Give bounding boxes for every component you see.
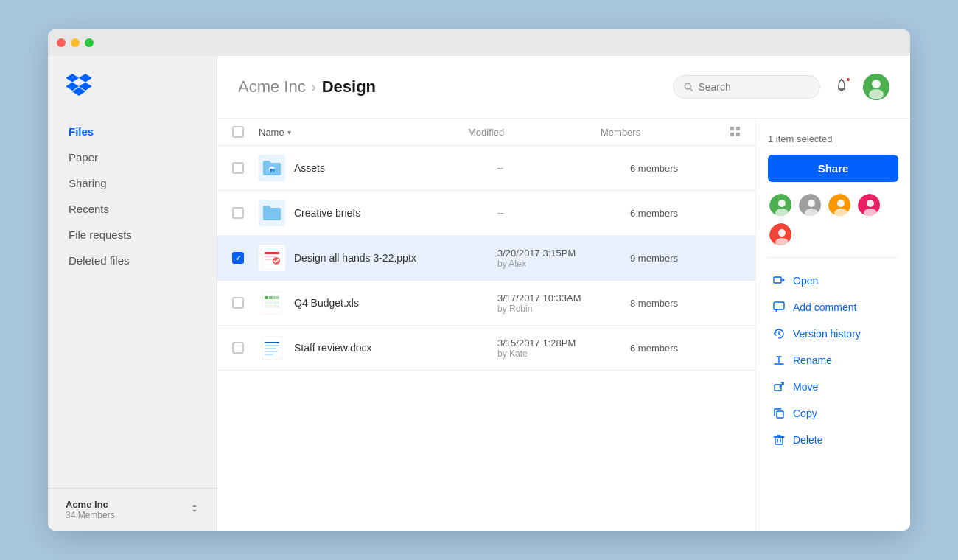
delete-action[interactable]: Delete [768,427,898,452]
svg-rect-15 [269,296,273,299]
svg-rect-21 [269,305,273,308]
svg-point-43 [775,238,789,247]
file-name: Creative briefs [294,207,497,219]
file-members: 8 members [630,298,741,309]
row-checkbox-assets[interactable] [232,162,244,174]
svg-point-5 [869,89,884,99]
move-action[interactable]: Move [768,374,898,399]
svg-rect-20 [265,305,268,308]
select-all-checkbox[interactable] [232,126,244,138]
add-comment-action[interactable]: Add comment [768,295,898,320]
svg-rect-10 [265,256,276,257]
pptx-icon [259,245,285,271]
user-avatar [863,74,889,100]
version-history-action[interactable]: Version history [768,321,898,346]
search-input[interactable] [698,81,809,93]
titlebar [48,29,910,56]
folder-shared-icon [259,200,285,226]
row-checkbox-q4-budget[interactable] [232,297,244,309]
open-action[interactable]: Open [768,268,898,293]
name-sort-arrow: ▾ [287,128,291,136]
svg-text:👥: 👥 [270,167,276,173]
view-toggle[interactable] [711,127,741,137]
window-body: Files Paper Sharing Recents File request… [48,56,910,531]
notification-button[interactable] [831,75,853,99]
file-modified: 3/15/2017 1:28PM by Kate [497,337,630,359]
grid-view-icon [730,127,741,137]
svg-point-42 [778,229,786,237]
row-checkbox-creative-briefs[interactable] [232,207,244,219]
sidebar-item-deleted-files[interactable]: Deleted files [60,248,205,273]
row-checkbox-col [232,252,259,264]
share-button[interactable]: Share [768,155,898,182]
member-avatar [856,192,881,217]
search-icon [684,82,693,92]
svg-point-4 [872,80,881,88]
search-box[interactable] [673,75,820,99]
member-avatar [768,222,793,247]
file-modified: -- [497,163,630,173]
file-members: 6 members [630,208,741,219]
member-avatar [827,192,852,217]
svg-rect-18 [269,301,273,304]
row-checkbox-col [232,162,259,174]
breadcrumb-separator: › [312,80,316,95]
row-checkbox-col [232,297,259,309]
svg-rect-44 [774,277,781,283]
breadcrumb-parent[interactable]: Acme Inc [238,77,306,97]
org-members: 34 Members [66,510,115,520]
row-checkbox-design-all-hands[interactable] [232,252,244,264]
rename-action[interactable]: Rename [768,348,898,373]
rename-icon [772,354,786,367]
file-modified: 3/20/2017 3:15PM by Alex [497,248,630,269]
comment-icon [772,301,786,314]
minimize-button[interactable] [71,38,80,47]
panel-actions: Open Add comment [768,268,898,452]
members-column-header: Members [601,127,711,138]
sidebar-item-recents[interactable]: Recents [60,197,205,221]
svg-rect-26 [265,348,276,349]
user-avatar-button[interactable] [863,74,889,100]
breadcrumb-current: Design [322,77,376,97]
svg-rect-19 [273,301,279,304]
header-checkbox-col [232,126,259,138]
table-row[interactable]: Staff review.docx 3/15/2017 1:28PM by Ka… [217,326,755,371]
svg-line-1 [690,88,692,91]
file-members: 9 members [630,253,741,264]
close-button[interactable] [57,38,66,47]
file-name: Q4 Budget.xls [294,297,497,309]
sidebar-item-sharing[interactable]: Sharing [60,171,205,195]
table-row[interactable]: Design all hands 3-22.pptx 3/20/2017 3:1… [217,236,755,281]
sidebar-logo [48,74,217,119]
panel-divider [768,257,898,258]
file-modified: -- [497,208,630,218]
breadcrumb: Acme Inc › Design [238,77,376,97]
sidebar-footer: Acme Inc 34 Members [48,488,217,531]
row-checkbox-staff-review[interactable] [232,342,244,354]
table-row[interactable]: Creative briefs -- 6 members [217,191,755,236]
svg-rect-25 [265,345,279,346]
svg-rect-16 [273,296,279,299]
selection-count: 1 item selected [768,133,898,144]
svg-rect-22 [273,305,279,308]
name-column-header[interactable]: Name ▾ [259,127,468,138]
table-row[interactable]: 👥 Assets -- 6 members [217,146,755,191]
sidebar-item-paper[interactable]: Paper [60,145,205,169]
org-switcher-icon[interactable] [190,503,199,517]
open-icon [772,274,786,287]
svg-rect-24 [265,342,279,343]
docx-icon [259,335,285,361]
table-row[interactable]: Q4 Budget.xls 3/17/2017 10:33AM by Robin… [217,281,755,326]
history-icon [772,327,786,340]
file-name: Assets [294,162,497,174]
app-window: Files Paper Sharing Recents File request… [48,29,910,531]
sidebar-item-file-requests[interactable]: File requests [60,223,205,247]
svg-point-36 [837,200,845,207]
copy-action[interactable]: Copy [768,401,898,426]
sidebar-item-files[interactable]: Files [60,119,205,144]
file-modified: 3/17/2017 10:33AM by Robin [497,293,630,314]
file-name: Design all hands 3-22.pptx [294,252,497,264]
header-actions [673,74,889,100]
maximize-button[interactable] [85,38,94,47]
svg-rect-17 [265,301,268,304]
